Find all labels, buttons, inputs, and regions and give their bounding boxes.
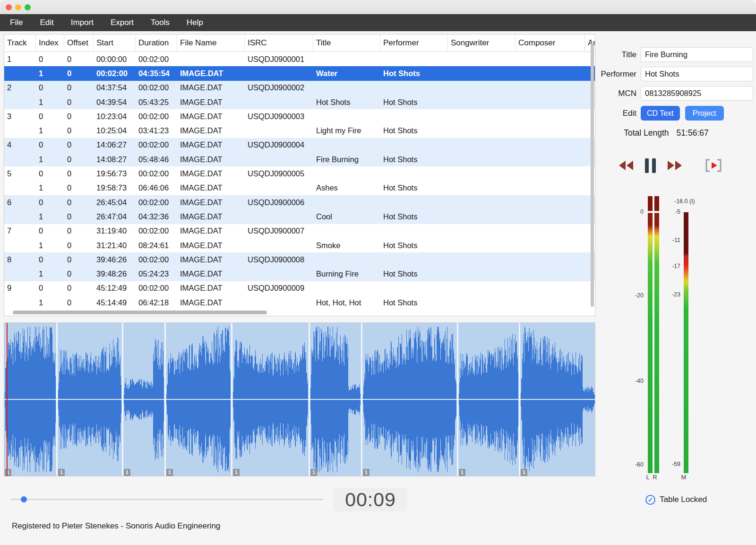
table-row[interactable]: 80039:46:2600:02:00IMAGE.DATUSQDJ0900008 <box>4 252 595 267</box>
column-header-track[interactable]: Track <box>4 35 36 52</box>
table-row[interactable]: 1004:39:5405:43:25IMAGE.DATHot ShotsHot … <box>4 95 595 109</box>
menu-item-help[interactable]: Help <box>178 14 212 31</box>
table-row[interactable]: 10000:00:0000:02:00USQDJ0900001 <box>4 52 595 66</box>
column-header-songwriter[interactable]: Songwriter <box>448 35 515 52</box>
cd-text-button[interactable]: CD Text <box>641 106 680 121</box>
cell-duration: 00:02:00 <box>136 83 177 92</box>
column-header-isrc[interactable]: ISRC <box>245 35 313 52</box>
seek-slider-track[interactable] <box>10 499 323 500</box>
table-row[interactable]: 70031:19:4000:02:00IMAGE.DATUSQDJ0900007 <box>4 224 595 238</box>
column-header-performer[interactable]: Performer <box>380 35 448 52</box>
column-header-offset[interactable]: Offset <box>64 35 94 52</box>
table-row[interactable]: 1026:47:0404:32:36IMAGE.DATCoolHot Shots <box>4 209 595 224</box>
transport-controls <box>618 157 731 174</box>
cell-duration: 05:48:46 <box>136 155 177 164</box>
performer-field-row: Performer <box>600 67 724 81</box>
cell-index: 0 <box>36 226 64 235</box>
table-row[interactable]: 60026:45:0400:02:00IMAGE.DATUSQDJ0900006 <box>4 195 595 209</box>
cell-duration: 04:35:54 <box>136 69 177 78</box>
cell-index: 0 <box>36 83 64 92</box>
menu-item-import[interactable]: Import <box>62 14 102 31</box>
minimize-button[interactable] <box>15 4 21 10</box>
cell-isrc: USQDJ0900001 <box>245 55 313 64</box>
cell-duration: 04:32:36 <box>136 212 177 221</box>
cell-offset: 0 <box>64 155 94 164</box>
meter-left-bar <box>648 196 653 473</box>
cell-duration: 00:02:00 <box>136 255 177 264</box>
column-header-duration[interactable]: Duration <box>136 35 177 52</box>
cell-start: 04:39:54 <box>94 98 136 107</box>
cell-index: 0 <box>36 112 64 121</box>
column-header-start[interactable]: Start <box>94 35 136 52</box>
table-row[interactable]: 1000:02:0004:35:54IMAGE.DATWaterHot Shot… <box>4 66 595 80</box>
cell-duration: 06:46:06 <box>136 183 177 192</box>
rewind-button[interactable] <box>618 160 634 171</box>
table-row[interactable]: 90045:12:4900:02:00IMAGE.DATUSQDJ0900009 <box>4 281 595 295</box>
meter-scale-label: -23 <box>664 291 680 298</box>
table-row[interactable]: 1010:25:0403:41:23IMAGE.DATLight my Fire… <box>4 123 595 138</box>
table-row[interactable]: 50019:56:7300:02:00IMAGE.DATUSQDJ0900005 <box>4 166 595 181</box>
mcn-input[interactable] <box>641 86 753 101</box>
title-label: Title <box>600 50 641 60</box>
cell-start: 26:47:04 <box>94 212 136 221</box>
cell-file: IMAGE.DAT <box>177 269 245 278</box>
column-header-index[interactable]: Index <box>36 35 64 52</box>
status-bar: Registered to Pieter Stenekes - Sonoris … <box>12 521 220 531</box>
cell-file: IMAGE.DAT <box>177 241 245 250</box>
cell-isrc: USQDJ0900006 <box>245 198 313 207</box>
cell-index: 1 <box>36 155 64 164</box>
horizontal-scrollbar[interactable] <box>13 311 267 314</box>
meter-scale-label: -5 <box>664 208 680 215</box>
column-header-title[interactable]: Title <box>313 35 380 52</box>
waveform-canvas[interactable] <box>4 323 595 476</box>
cell-file: IMAGE.DAT <box>177 155 245 164</box>
cell-file: IMAGE.DAT <box>177 212 245 221</box>
pause-button[interactable] <box>644 158 656 173</box>
table-row[interactable]: 1045:14:4906:42:18IMAGE.DATHot, Hot, Hot… <box>4 295 595 310</box>
cell-file: IMAGE.DAT <box>177 298 245 307</box>
meter-scale-label: -11 <box>664 237 680 243</box>
table-row[interactable]: 1039:48:2605:24:23IMAGE.DATBurning FireH… <box>4 267 595 281</box>
performer-input[interactable] <box>641 67 753 81</box>
cell-offset: 0 <box>64 98 94 107</box>
project-button[interactable]: Project <box>685 106 724 121</box>
cell-track: 6 <box>4 198 36 207</box>
cell-file: IMAGE.DAT <box>177 284 245 293</box>
close-button[interactable] <box>6 4 12 10</box>
cell-start: 26:45:04 <box>94 198 136 207</box>
cell-offset: 0 <box>64 169 94 178</box>
cell-index: 1 <box>36 69 64 78</box>
cell-start: 10:25:04 <box>94 126 136 135</box>
cell-performer: Hot Shots <box>380 98 448 107</box>
cell-performer: Hot Shots <box>380 69 448 78</box>
table-row[interactable]: 30010:23:0400:02:00IMAGE.DATUSQDJ0900003 <box>4 109 595 123</box>
cell-track: 9 <box>4 284 36 293</box>
zoom-button[interactable] <box>25 4 31 10</box>
column-header-file-name[interactable]: File Name <box>177 35 245 52</box>
table-row[interactable]: 40014:06:2700:02:00IMAGE.DATUSQDJ0900004 <box>4 138 595 152</box>
fast-forward-button[interactable] <box>667 160 683 171</box>
column-header-composer[interactable]: Composer <box>515 35 585 52</box>
table-row[interactable]: 1031:21:4008:24:61IMAGE.DATSmokeHot Shot… <box>4 238 595 252</box>
menu-item-tools[interactable]: Tools <box>142 14 178 31</box>
cell-offset: 0 <box>64 83 94 92</box>
table-row[interactable]: 20004:37:5400:02:00IMAGE.DATUSQDJ0900002 <box>4 81 595 95</box>
menu-item-edit[interactable]: Edit <box>31 14 62 31</box>
waveform-panel[interactable] <box>4 322 595 476</box>
menu-item-export[interactable]: Export <box>102 14 142 31</box>
menu-bar: FileEditImportExportToolsHelp <box>0 14 756 31</box>
play-range-button[interactable] <box>704 158 722 173</box>
cell-file: IMAGE.DAT <box>177 169 245 178</box>
vertical-scrollbar[interactable] <box>591 43 594 307</box>
cell-file: IMAGE.DAT <box>177 126 245 135</box>
menu-item-file[interactable]: File <box>1 14 31 31</box>
table-row[interactable]: 1014:08:2705:48:46IMAGE.DATFire BurningH… <box>4 152 595 166</box>
cell-offset: 0 <box>64 140 94 149</box>
table-row[interactable]: 1019:58:7306:46:06IMAGE.DATAshesHot Shot… <box>4 181 595 195</box>
seek-slider-thumb[interactable] <box>21 496 27 502</box>
cell-track: 1 <box>4 55 36 64</box>
title-input[interactable] <box>641 47 753 62</box>
table-locked-checkbox[interactable]: ✓ Table Locked <box>645 494 707 505</box>
meter-scale-label: -40 <box>620 378 644 384</box>
time-display: 00:09 <box>334 488 407 511</box>
